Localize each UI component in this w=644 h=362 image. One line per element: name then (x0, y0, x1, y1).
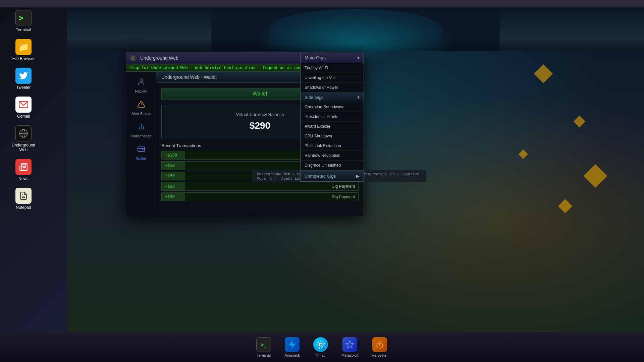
svg-point-18 (317, 341, 325, 349)
sidebar-item-hackify[interactable]: Hackify (128, 75, 155, 96)
main-gigs-chevron (357, 55, 360, 60)
desktop-icon-gomail[interactable]: Gomail (10, 97, 37, 119)
performance-icon (137, 123, 145, 133)
filebrowser-label: File Browser (12, 56, 35, 61)
hackify-label: Hackify (135, 89, 147, 93)
gomail-icon (15, 97, 32, 113)
taskbar-item-airocrack[interactable]: Airocrack (281, 336, 303, 359)
gig-item-disgrace-unleashed[interactable]: Disgrace Unleashed (301, 161, 364, 170)
tx-description: Gig Payment (185, 182, 358, 190)
sidebar-item-alert[interactable]: Alert Status (128, 98, 155, 118)
performance-label: Performance (130, 134, 152, 138)
gig-item-phishlink[interactable]: PhishLink Extraction (301, 141, 364, 151)
taskbar-item-terminal[interactable]: >_ Terminal (253, 336, 274, 359)
desktop-icon-filebrowser[interactable]: 📁 File Browser (10, 39, 37, 61)
taskbar-label-terminal: Terminal (257, 353, 271, 357)
tx-amount: +$30 (162, 172, 185, 180)
taskbar-label-nmap: Nmap (316, 353, 325, 357)
gig-item-presidential-prank[interactable]: Presidential Prank (301, 112, 364, 122)
gigs-panel: Main Gigs Trial by Wi-FiUnveiling the Ve… (300, 52, 364, 182)
transaction-row: +$20 Gig Payment (161, 182, 359, 191)
terminal-label: Terminal (16, 27, 31, 32)
taskbar-item-harvester[interactable]: Harvester (368, 336, 391, 359)
alert-icon (137, 100, 145, 110)
svg-point-17 (318, 342, 323, 347)
wallet-icon (137, 145, 145, 155)
taskbar-label-metasploit: Metasploit (341, 353, 358, 357)
taskbar-item-metasploit[interactable]: Metasploit (338, 336, 362, 359)
desktop-icon-list: > Terminal 📁 File Browser Tweeter Gomail… (10, 10, 37, 210)
tx-amount: +$20 (162, 182, 185, 190)
svg-point-16 (319, 343, 322, 346)
sidebar: Hackify Alert Status Performance Wallet (126, 72, 156, 216)
underground-label: Underground Web (10, 143, 37, 152)
gig-item-award-expose[interactable]: Award Expose (301, 122, 364, 131)
alert-label: Alert Status (131, 112, 151, 116)
desktop-icon-terminal[interactable]: > Terminal (10, 10, 37, 32)
taskbar-label-airocrack: Airocrack (284, 353, 300, 357)
desktop-icon-news[interactable]: News (10, 159, 37, 181)
side-gigs-header[interactable]: Side Gigs (301, 93, 364, 102)
portrait-area (67, 7, 644, 51)
sidebar-item-wallet[interactable]: Wallet (128, 142, 155, 163)
svg-point-9 (140, 79, 143, 81)
side-gigs-chevron (357, 95, 360, 100)
taskbar: >_ Terminal Airocrack Nmap Metasploit Ha… (0, 332, 644, 362)
svg-rect-15 (138, 147, 145, 152)
gig-item-unveiling-veil[interactable]: Unveiling the Veil (301, 73, 364, 83)
underground-icon (15, 125, 32, 141)
tweeter-icon (15, 68, 32, 84)
desktop-icon-tweeter[interactable]: Tweeter (10, 68, 37, 90)
gig-item-trial-wifi[interactable]: Trial by Wi-Fi (301, 63, 364, 73)
taskbar-items: >_ Terminal Airocrack Nmap Metasploit Ha… (253, 336, 391, 359)
gig-item-shadows-power[interactable]: Shadows of Power (301, 83, 364, 93)
tweeter-label: Tweeter (16, 85, 31, 90)
hackify-icon (137, 78, 145, 88)
taskbar-label-harvester: Harvester (372, 353, 388, 357)
gig-item-rainbow-revolution[interactable]: Rainbow Revolution (301, 151, 364, 161)
wallet-label: Wallet (136, 157, 146, 161)
desktop-icon-notepad[interactable]: Notepad (10, 188, 37, 210)
main-gigs-list: Trial by Wi-FiUnveiling the VeilShadows … (301, 63, 364, 93)
window-app-icon (129, 54, 137, 62)
completed-gigs-chevron (356, 173, 360, 179)
system-topbar (0, 0, 644, 7)
taskbar-item-nmap[interactable]: Nmap (310, 336, 331, 359)
desktop-icon-underground[interactable]: Underground Web (10, 125, 37, 152)
side-gigs-list: Operation SoundwavePresidential PrankAwa… (301, 102, 364, 170)
tx-amount: +$100 (162, 151, 185, 159)
gig-item-operation-soundwave[interactable]: Operation Soundwave (301, 102, 364, 112)
gomail-label: Gomail (17, 114, 30, 119)
terminal-icon: > (15, 10, 32, 26)
completed-gigs-header[interactable]: Completed Gigs (301, 170, 364, 181)
sidebar-item-performance[interactable]: Performance (128, 120, 155, 141)
filebrowser-icon: 📁 (15, 39, 32, 55)
tx-amount: +$50 (162, 162, 185, 170)
notepad-label: Notepad (16, 205, 31, 210)
transaction-row: +$90 Gig Payment (161, 192, 359, 201)
tx-description: Gig Payment (185, 193, 358, 201)
gig-item-cpu-shutdown[interactable]: CPU Shutdown (301, 131, 364, 141)
tx-amount: +$90 (162, 193, 185, 201)
main-gigs-header[interactable]: Main Gigs (301, 52, 364, 63)
news-label: News (18, 176, 29, 181)
news-icon (15, 159, 32, 175)
notepad-icon (15, 188, 32, 204)
